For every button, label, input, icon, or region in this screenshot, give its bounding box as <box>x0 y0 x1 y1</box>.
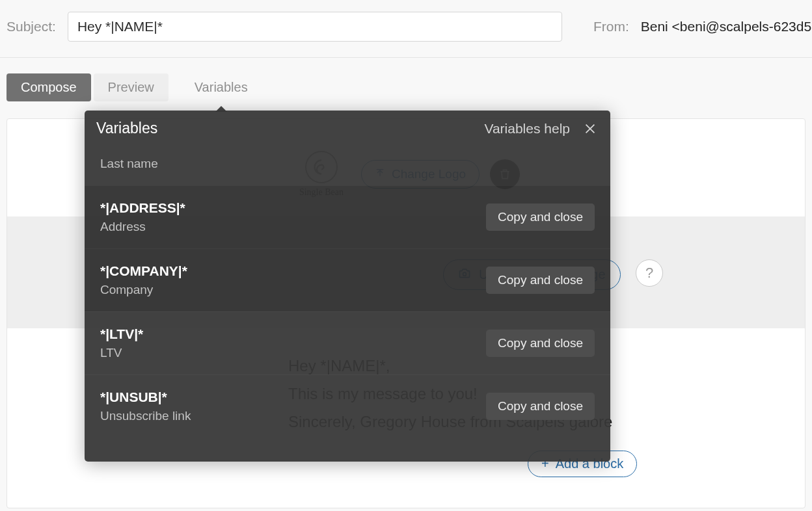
variable-row-ltv[interactable]: *|LTV|* LTV Copy and close <box>85 311 610 374</box>
variable-row-unsub[interactable]: *|UNSUB|* Unsubscribe link Copy and clos… <box>85 374 610 438</box>
copy-and-close-button[interactable]: Copy and close <box>486 330 595 357</box>
copy-and-close-button[interactable]: Copy and close <box>486 393 595 420</box>
variable-token: *|COMPANY|* <box>100 263 187 279</box>
tab-variables[interactable]: Variables <box>192 73 250 101</box>
popover-close-button[interactable] <box>582 120 599 137</box>
variables-popover: Variables Variables help Last name *|ADD… <box>85 111 610 462</box>
from-label: From: <box>593 19 629 34</box>
variable-list: Last name *|ADDRESS|* Address Copy and c… <box>85 146 610 438</box>
variable-desc: Unsubscribe link <box>100 409 191 423</box>
close-icon <box>583 122 597 136</box>
tab-compose[interactable]: Compose <box>7 73 91 101</box>
popover-title: Variables <box>96 120 484 137</box>
variable-token: *|ADDRESS|* <box>100 200 185 216</box>
variable-token: *|UNSUB|* <box>100 389 191 405</box>
variables-help-link[interactable]: Variables help <box>484 121 570 137</box>
help-icon: ? <box>645 265 653 282</box>
copy-and-close-button[interactable]: Copy and close <box>486 267 595 294</box>
variable-token: *|LTV|* <box>100 326 143 342</box>
tab-preview[interactable]: Preview <box>94 73 169 101</box>
topbar: Subject: From: Beni <beni@scalpels-623d5… <box>0 0 812 58</box>
subject-input[interactable] <box>68 12 562 42</box>
variable-desc: Address <box>100 220 185 234</box>
variable-desc: Company <box>100 283 187 297</box>
variable-desc: Last name <box>100 157 158 171</box>
variable-row-address[interactable]: *|ADDRESS|* Address Copy and close <box>85 185 610 248</box>
subject-label: Subject: <box>7 19 56 34</box>
popover-header: Variables Variables help <box>85 111 610 146</box>
help-button[interactable]: ? <box>636 259 663 287</box>
variable-row-company[interactable]: *|COMPANY|* Company Copy and close <box>85 248 610 311</box>
variable-row-lastname[interactable]: Last name <box>85 146 610 185</box>
from-value: Beni <beni@scalpels-623d52.ha <box>641 19 812 34</box>
copy-and-close-button[interactable]: Copy and close <box>486 203 595 231</box>
tabs: Compose Preview Variables <box>0 58 812 101</box>
variable-desc: LTV <box>100 346 143 360</box>
